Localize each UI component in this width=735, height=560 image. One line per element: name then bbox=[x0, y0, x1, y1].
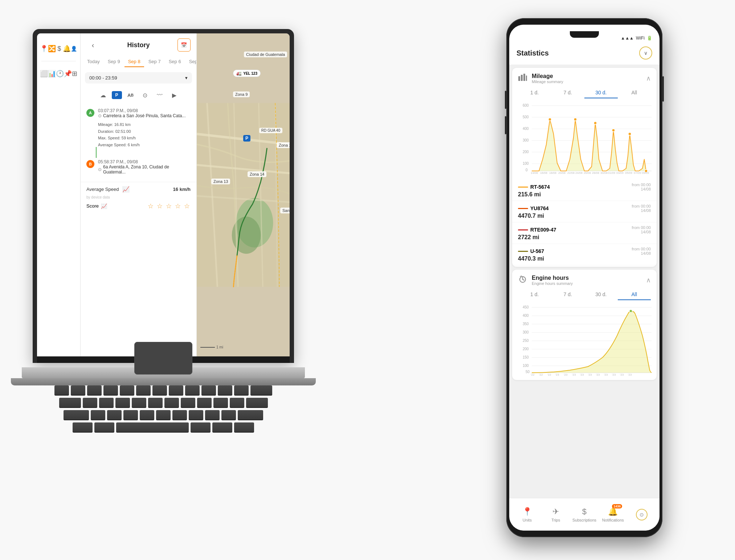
key[interactable] bbox=[123, 410, 138, 420]
panel-title: History bbox=[127, 41, 150, 49]
engine-period-all[interactable]: All bbox=[618, 289, 651, 300]
key[interactable] bbox=[172, 410, 187, 420]
key[interactable] bbox=[94, 422, 114, 433]
calendar-icon[interactable]: 📅 bbox=[177, 38, 191, 52]
touchpad[interactable] bbox=[134, 342, 192, 375]
key[interactable] bbox=[120, 385, 134, 396]
period-1d[interactable]: 1 d. bbox=[518, 87, 551, 98]
svg-rect-11 bbox=[521, 75, 523, 81]
key[interactable] bbox=[132, 398, 146, 408]
key[interactable] bbox=[191, 422, 211, 433]
score-stars: ☆ ☆ ☆ ☆ ☆ bbox=[148, 202, 191, 210]
tab-sep9[interactable]: Sep 9 bbox=[104, 57, 124, 67]
engine-period-1d[interactable]: 1 d. bbox=[518, 289, 551, 300]
period-7d[interactable]: 7 d. bbox=[551, 87, 585, 98]
key[interactable] bbox=[103, 385, 118, 396]
spacebar[interactable] bbox=[116, 422, 189, 433]
sidebar-icon-box[interactable]: ⬜ bbox=[40, 67, 48, 80]
vehicle-dot-u567 bbox=[518, 251, 528, 252]
sidebar-icon-grid[interactable]: ⊞ bbox=[72, 67, 77, 80]
nav-notifications[interactable]: 🔔 1436 Notifications bbox=[599, 507, 627, 522]
filter-play[interactable]: ▶ bbox=[168, 89, 180, 101]
tab-sep6[interactable]: Sep 6 bbox=[165, 57, 185, 67]
svg-text:'22: '22 bbox=[531, 373, 535, 376]
tab-sep7[interactable]: Sep 7 bbox=[145, 57, 164, 67]
filter-parking[interactable]: P bbox=[112, 91, 122, 99]
key[interactable] bbox=[212, 422, 232, 433]
key[interactable] bbox=[152, 385, 167, 396]
key[interactable] bbox=[91, 410, 105, 420]
tab-sep5[interactable]: Sep 5 bbox=[185, 57, 196, 67]
sidebar-icon-stats[interactable]: 📊 bbox=[48, 67, 56, 80]
key[interactable] bbox=[87, 385, 102, 396]
key[interactable] bbox=[156, 410, 171, 420]
sidebar-icon-user[interactable]: 👤 bbox=[71, 42, 78, 55]
period-30d[interactable]: 30 d. bbox=[584, 87, 618, 98]
key[interactable] bbox=[71, 385, 85, 396]
period-all[interactable]: All bbox=[618, 87, 651, 98]
key[interactable] bbox=[213, 398, 228, 408]
sidebar-icon-routes[interactable]: 🔀 bbox=[48, 42, 56, 55]
mileage-period-tabs: 1 d. 7 d. 30 d. All bbox=[512, 86, 657, 101]
vehicle-name-u567: U-567 bbox=[530, 248, 544, 254]
keyboard bbox=[11, 378, 316, 440]
key[interactable] bbox=[221, 410, 236, 420]
key[interactable] bbox=[64, 410, 89, 420]
nav-trips[interactable]: ✈ Trips bbox=[542, 507, 570, 522]
key[interactable] bbox=[234, 422, 254, 433]
key[interactable] bbox=[83, 398, 97, 408]
key[interactable] bbox=[169, 385, 183, 396]
filter-ab[interactable]: AB bbox=[125, 89, 136, 101]
key[interactable] bbox=[181, 398, 195, 408]
sidebar-icon-history[interactable]: 🕐 bbox=[56, 67, 64, 80]
key[interactable] bbox=[201, 385, 216, 396]
key[interactable] bbox=[197, 398, 212, 408]
sidebar-icon-pin[interactable]: 📌 bbox=[64, 67, 72, 80]
key[interactable] bbox=[164, 398, 179, 408]
time-filter[interactable]: 00:00 - 23:59 ▾ bbox=[85, 72, 192, 83]
tab-sep8[interactable]: Sep 8 bbox=[124, 57, 144, 67]
key[interactable] bbox=[250, 385, 272, 396]
tab-today[interactable]: Today bbox=[83, 57, 103, 67]
vehicle-dot-yu8764 bbox=[518, 208, 528, 209]
key[interactable] bbox=[230, 398, 244, 408]
mileage-title: Mileage bbox=[532, 73, 563, 79]
phone-content[interactable]: Mileage Mileage summary ∧ 1 d. 7 d. 30 d… bbox=[509, 65, 660, 513]
vehicle-name-rte009: RTE009-47 bbox=[530, 227, 556, 233]
key[interactable] bbox=[189, 410, 203, 420]
nav-subscriptions[interactable]: $ Subscriptions bbox=[570, 507, 599, 522]
engine-period-7d[interactable]: 7 d. bbox=[551, 289, 585, 300]
engine-hours-collapse-button[interactable]: ∧ bbox=[646, 276, 651, 284]
sidebar-icon-billing[interactable]: $ bbox=[56, 42, 63, 55]
mileage-card: Mileage Mileage summary ∧ 1 d. 7 d. 30 d… bbox=[512, 68, 657, 267]
vehicle-rt5674: RT-5674 from 00:00 14/08 215.6 mi bbox=[512, 180, 657, 201]
key[interactable] bbox=[238, 410, 263, 420]
key[interactable] bbox=[99, 398, 114, 408]
key[interactable] bbox=[115, 398, 130, 408]
key[interactable] bbox=[185, 385, 200, 396]
power-button[interactable] bbox=[662, 76, 664, 102]
key[interactable] bbox=[54, 385, 69, 396]
filter-cloud[interactable]: ☁ bbox=[97, 89, 109, 101]
key[interactable] bbox=[234, 385, 249, 396]
key[interactable] bbox=[59, 398, 81, 408]
key[interactable] bbox=[107, 410, 122, 420]
key[interactable] bbox=[205, 410, 220, 420]
key[interactable] bbox=[246, 398, 268, 408]
nav-scroll-up[interactable]: ⊙ bbox=[627, 509, 656, 520]
sidebar-icon-alerts[interactable]: 🔔 bbox=[63, 42, 71, 55]
key[interactable] bbox=[218, 385, 232, 396]
nav-units[interactable]: 📍 Units bbox=[513, 507, 542, 522]
mileage-collapse-button[interactable]: ∧ bbox=[646, 74, 651, 82]
engine-period-30d[interactable]: 30 d. bbox=[584, 289, 618, 300]
key[interactable] bbox=[140, 410, 154, 420]
key[interactable] bbox=[136, 385, 151, 396]
filter-sun[interactable]: ⊙ bbox=[139, 89, 151, 101]
chevron-down-button[interactable]: ∨ bbox=[639, 46, 652, 60]
key[interactable] bbox=[73, 422, 93, 433]
back-button[interactable]: ‹ bbox=[86, 38, 99, 52]
sidebar-icon-location[interactable]: 📍 bbox=[40, 42, 48, 55]
laptop-panel: ‹ History 📅 Today Sep 9 Sep 8 Sep 7 Sep … bbox=[81, 33, 197, 356]
filter-chart[interactable]: 〰 bbox=[154, 89, 166, 101]
key[interactable] bbox=[148, 398, 163, 408]
